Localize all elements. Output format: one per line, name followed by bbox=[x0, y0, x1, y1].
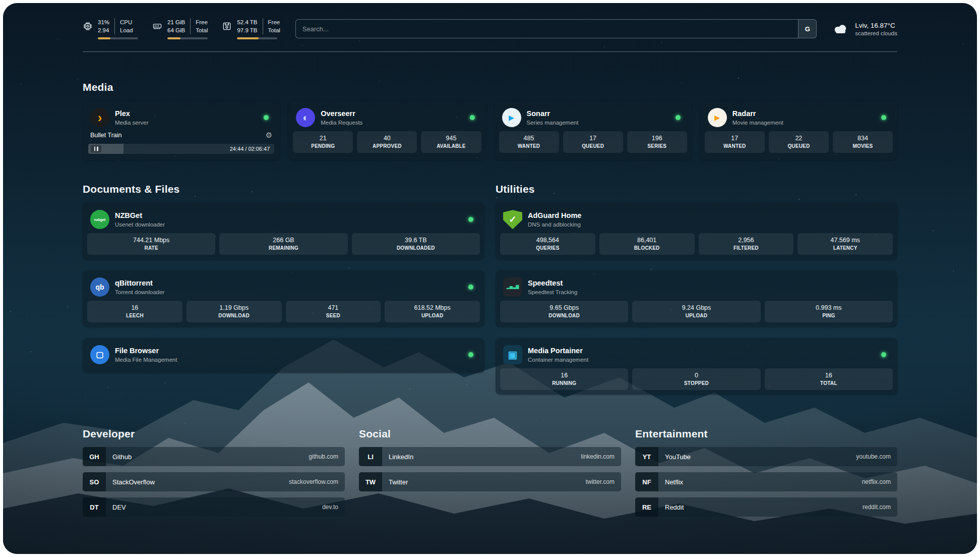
bookmark-url: reddit.com bbox=[863, 504, 891, 511]
bookmark-name: LinkedIn bbox=[389, 453, 413, 461]
section-title-documents: Documents & Files bbox=[83, 183, 484, 195]
service-subtitle: Container management bbox=[528, 357, 588, 363]
pause-button[interactable] bbox=[91, 145, 101, 153]
bookmark-group-social: SocialLILinkedInlinkedin.comTWTwittertwi… bbox=[359, 428, 621, 517]
service-card-portainer[interactable]: ▣Media PortainerContainer management16RU… bbox=[496, 338, 897, 395]
stat-label: UPLOAD bbox=[634, 313, 758, 318]
bookmark-name: YouTube bbox=[665, 453, 691, 461]
stat-value: 618.52 Mbps bbox=[387, 304, 478, 311]
resource-meter bbox=[167, 37, 208, 39]
stat-value: 2,956 bbox=[701, 237, 792, 244]
stat-value: 40 bbox=[359, 135, 415, 142]
stat-value: 17 bbox=[707, 135, 763, 142]
nzbget-icon: nzbget bbox=[90, 210, 109, 229]
bookmark-linkedin[interactable]: LILinkedInlinkedin.com bbox=[359, 447, 621, 466]
section-utilities: Utilities ✓AdGuard HomeDNS and adblockin… bbox=[496, 183, 897, 395]
service-name: AdGuard Home bbox=[528, 211, 581, 220]
stat-label: BLOCKED bbox=[601, 245, 693, 251]
status-dot bbox=[470, 115, 475, 120]
stat-value: 196 bbox=[629, 135, 685, 142]
service-card-speedtest[interactable]: ▂▅▃▇SpeedtestSpeedtest Tracking9.65 Gbps… bbox=[496, 270, 897, 327]
radarr-icon: ▶ bbox=[708, 108, 727, 127]
documents-cards: nzbgetNZBGetUsenet downloader744.21 Mbps… bbox=[83, 203, 484, 373]
stat-label: QUERIES bbox=[502, 245, 593, 251]
bookmark-rows: GHGithubgithub.comSOStackOverflowstackov… bbox=[83, 447, 345, 517]
stats-row: 21PENDING40APPROVED945AVAILABLE bbox=[293, 131, 481, 153]
stat-value: 47.569 ms bbox=[800, 237, 891, 244]
bookmark-abbr: NF bbox=[635, 472, 658, 491]
service-name: Plex bbox=[115, 109, 148, 118]
settings-icon[interactable]: ⚙ bbox=[266, 131, 272, 139]
service-card-qbittorrent[interactable]: qbqBittorrentTorrent downloader16LEECH1.… bbox=[83, 270, 484, 327]
service-name: NZBGet bbox=[115, 211, 165, 220]
bookmark-abbr: TW bbox=[359, 472, 382, 491]
stat-label: QUEUED bbox=[771, 143, 827, 149]
stat-box: 945AVAILABLE bbox=[421, 131, 481, 153]
bookmark-github[interactable]: GHGithubgithub.com bbox=[83, 447, 345, 466]
stat-box: 2,956FILTERED bbox=[699, 233, 794, 255]
stat-box: 39.6 TBDOWNLOADED bbox=[352, 233, 480, 255]
bookmark-rows: YTYouTubeyoutube.comNFNetflixnetflix.com… bbox=[635, 447, 897, 517]
stat-label: SERIES bbox=[629, 143, 685, 149]
stat-value: 834 bbox=[835, 135, 891, 142]
stats-row: 498,564QUERIES86,401BLOCKED2,956FILTERED… bbox=[500, 233, 893, 255]
service-card-nzbget[interactable]: nzbgetNZBGetUsenet downloader744.21 Mbps… bbox=[83, 203, 484, 259]
resource-label-top: CPU bbox=[120, 18, 133, 26]
bookmark-url: dev.to bbox=[322, 504, 338, 511]
status-dot bbox=[264, 115, 269, 120]
stat-value: 1.19 Gbps bbox=[189, 304, 280, 311]
service-card-filebrowser[interactable]: ▢File BrowserMedia File Management bbox=[83, 338, 484, 373]
service-card-sonarr[interactable]: ▶SonarrSeries management485WANTED17QUEUE… bbox=[495, 101, 692, 160]
stat-label: QUEUED bbox=[565, 143, 621, 149]
status-dot bbox=[881, 115, 886, 120]
resource-label-bottom: Total bbox=[196, 26, 208, 34]
bookmark-name: Netflix bbox=[665, 478, 683, 486]
bookmark-url: youtube.com bbox=[856, 453, 891, 460]
stat-label: PENDING bbox=[295, 143, 351, 149]
bookmark-reddit[interactable]: RERedditreddit.com bbox=[635, 497, 897, 517]
service-card-overseerr[interactable]: ◐OverseerrMedia Requests21PENDING40APPRO… bbox=[288, 101, 485, 160]
stat-box: 1.19 GbpsDOWNLOAD bbox=[187, 301, 282, 322]
stat-value: 0 bbox=[634, 372, 758, 379]
ram-icon bbox=[152, 21, 162, 31]
bookmark-abbr: GH bbox=[83, 447, 106, 466]
stat-value: 16 bbox=[767, 372, 891, 379]
stat-label: RATE bbox=[89, 245, 213, 251]
stats-row: 16LEECH1.19 GbpsDOWNLOAD471SEED618.52 Mb… bbox=[87, 301, 480, 322]
resource-label-bottom: Load bbox=[120, 26, 133, 34]
bookmark-twitter[interactable]: TWTwittertwitter.com bbox=[359, 472, 621, 491]
utilities-cards: ✓AdGuard HomeDNS and adblocking498,564QU… bbox=[496, 203, 897, 395]
search-provider-button[interactable]: G bbox=[798, 20, 816, 38]
bookmark-url: stackoverflow.com bbox=[289, 478, 338, 485]
stat-box: 21PENDING bbox=[293, 131, 353, 153]
filebrowser-icon: ▢ bbox=[90, 345, 109, 364]
playback-progress-bar[interactable]: 24:44 / 02:06:47 bbox=[88, 144, 274, 154]
bookmark-group-developer: DeveloperGHGithubgithub.comSOStackOverfl… bbox=[83, 428, 345, 517]
resource-disk: 52.4 TB97.9 TBFreeTotal bbox=[222, 18, 280, 39]
weather-location: Lviv, 16.87°C bbox=[855, 21, 897, 30]
stat-label: REMAINING bbox=[221, 245, 345, 251]
qbittorrent-icon: qb bbox=[90, 277, 109, 297]
stat-label: MOVIES bbox=[835, 143, 891, 149]
stat-label: WANTED bbox=[707, 143, 763, 149]
service-card-adguard[interactable]: ✓AdGuard HomeDNS and adblocking498,564QU… bbox=[496, 203, 897, 259]
bookmark-dev[interactable]: DTDEVdev.to bbox=[83, 497, 345, 517]
search-input[interactable] bbox=[296, 20, 798, 38]
bookmark-group-title: Developer bbox=[83, 428, 345, 440]
playback-time: 24:44 / 02:06:47 bbox=[230, 146, 270, 152]
service-card-plex[interactable]: ›PlexMedia serverBullet Train⚙24:44 / 02… bbox=[83, 101, 280, 160]
resource-label-top: Free bbox=[196, 18, 208, 26]
bookmark-youtube[interactable]: YTYouTubeyoutube.com bbox=[635, 447, 897, 466]
dashboard-window: 31%2.94CPULoad21 GiB64 GiBFreeTotal52.4 … bbox=[3, 3, 977, 554]
stat-value: 16 bbox=[502, 372, 626, 379]
bookmark-abbr: YT bbox=[635, 447, 658, 466]
bookmark-netflix[interactable]: NFNetflixnetflix.com bbox=[635, 472, 897, 491]
service-card-radarr[interactable]: ▶RadarrMovie management17WANTED22QUEUED8… bbox=[700, 101, 897, 160]
service-name: Overseerr bbox=[321, 109, 362, 118]
bookmark-stackoverflow[interactable]: SOStackOverflowstackoverflow.com bbox=[83, 472, 345, 491]
stat-value: 744.21 Mbps bbox=[89, 237, 213, 244]
resource-value: 52.4 TB bbox=[237, 18, 257, 26]
cloud-icon bbox=[832, 22, 849, 35]
stat-box: 16LEECH bbox=[87, 301, 182, 322]
bookmark-url: linkedin.com bbox=[581, 453, 615, 460]
